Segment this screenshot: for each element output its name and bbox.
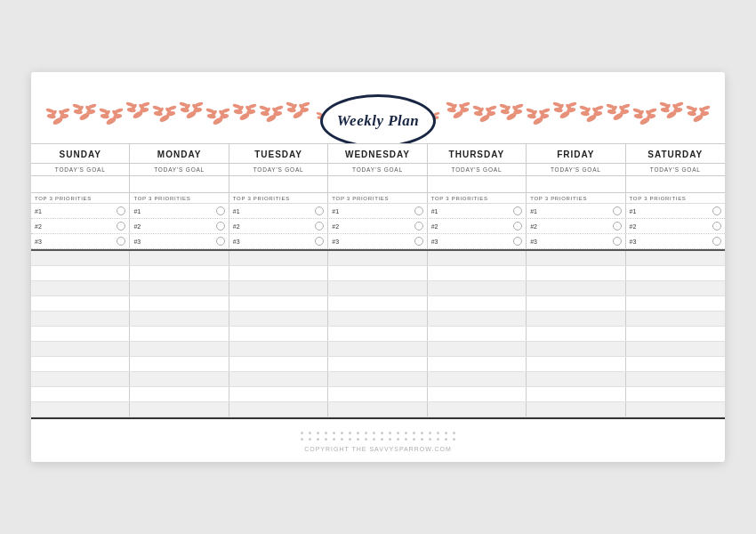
schedule-cell[interactable]: [31, 251, 130, 265]
schedule-cell[interactable]: [527, 327, 625, 341]
schedule-cell[interactable]: [229, 387, 328, 401]
schedule-cell[interactable]: [31, 312, 130, 326]
schedule-cell[interactable]: [229, 281, 328, 295]
schedule-cell[interactable]: [527, 281, 625, 295]
schedule-cell[interactable]: [527, 372, 625, 386]
schedule-cell[interactable]: [130, 296, 229, 311]
schedule-cell[interactable]: [31, 281, 130, 295]
schedule-cell[interactable]: [527, 387, 625, 401]
schedule-cell[interactable]: [130, 251, 229, 265]
schedule-cell[interactable]: [31, 387, 130, 401]
schedule-cell[interactable]: [428, 372, 527, 386]
schedule-cell[interactable]: [626, 327, 725, 341]
priority-circle[interactable]: [613, 237, 622, 246]
schedule-cell[interactable]: [428, 281, 527, 295]
schedule-cell[interactable]: [130, 266, 229, 280]
schedule-cell[interactable]: [130, 387, 229, 401]
schedule-cell[interactable]: [130, 372, 229, 386]
schedule-cell[interactable]: [527, 296, 625, 311]
schedule-cell[interactable]: [626, 266, 725, 280]
priority-1-mon[interactable]: #1: [130, 204, 229, 218]
schedule-cell[interactable]: [229, 402, 328, 417]
schedule-cell[interactable]: [626, 281, 725, 295]
goal-input-tue[interactable]: [229, 176, 328, 192]
schedule-cell[interactable]: [626, 387, 725, 401]
priority-3-sat[interactable]: #3: [626, 234, 725, 248]
priority-circle[interactable]: [513, 237, 522, 246]
schedule-cell[interactable]: [626, 342, 725, 356]
priority-3-tue[interactable]: #3: [229, 234, 328, 248]
schedule-cell[interactable]: [328, 281, 427, 295]
schedule-cell[interactable]: [31, 296, 130, 311]
priority-1-sat[interactable]: #1: [626, 204, 725, 218]
schedule-cell[interactable]: [328, 372, 427, 386]
schedule-cell[interactable]: [328, 296, 427, 311]
priority-circle[interactable]: [414, 206, 423, 215]
schedule-cell[interactable]: [130, 342, 229, 356]
schedule-cell[interactable]: [626, 296, 725, 311]
schedule-cell[interactable]: [428, 312, 527, 326]
schedule-cell[interactable]: [130, 402, 229, 417]
schedule-cell[interactable]: [31, 372, 130, 386]
schedule-cell[interactable]: [428, 266, 527, 280]
schedule-cell[interactable]: [626, 251, 725, 265]
schedule-cell[interactable]: [328, 357, 427, 371]
priority-circle[interactable]: [117, 222, 125, 231]
schedule-cell[interactable]: [428, 402, 527, 417]
priority-circle[interactable]: [216, 206, 225, 215]
priority-circle[interactable]: [613, 206, 622, 215]
schedule-cell[interactable]: [229, 296, 328, 311]
schedule-cell[interactable]: [31, 327, 130, 341]
schedule-cell[interactable]: [31, 402, 130, 417]
priority-circle[interactable]: [414, 237, 423, 246]
schedule-cell[interactable]: [527, 342, 625, 356]
priority-1-sun[interactable]: #1: [31, 204, 130, 218]
schedule-cell[interactable]: [328, 251, 427, 265]
schedule-cell[interactable]: [229, 372, 328, 386]
schedule-cell[interactable]: [31, 357, 130, 371]
priority-1-wed[interactable]: #1: [328, 204, 427, 218]
priority-circle[interactable]: [216, 222, 225, 231]
schedule-cell[interactable]: [428, 342, 527, 356]
schedule-cell[interactable]: [428, 327, 527, 341]
priority-2-mon[interactable]: #2: [130, 219, 229, 233]
schedule-cell[interactable]: [229, 312, 328, 326]
schedule-cell[interactable]: [527, 251, 625, 265]
priority-2-sun[interactable]: #2: [31, 219, 130, 233]
priority-circle[interactable]: [315, 237, 324, 246]
priority-circle[interactable]: [712, 237, 721, 246]
priority-circle[interactable]: [216, 237, 225, 246]
priority-2-thu[interactable]: #2: [428, 219, 527, 233]
schedule-cell[interactable]: [328, 342, 427, 356]
schedule-cell[interactable]: [626, 357, 725, 371]
goal-input-fri[interactable]: [527, 176, 625, 192]
schedule-cell[interactable]: [229, 342, 328, 356]
goal-input-wed[interactable]: [328, 176, 427, 192]
schedule-cell[interactable]: [428, 251, 527, 265]
goal-input-sat[interactable]: [626, 176, 725, 192]
schedule-cell[interactable]: [626, 402, 725, 417]
priority-circle[interactable]: [613, 222, 622, 231]
schedule-cell[interactable]: [130, 327, 229, 341]
priority-3-thu[interactable]: #3: [428, 234, 527, 248]
priority-1-thu[interactable]: #1: [428, 204, 527, 218]
schedule-cell[interactable]: [229, 251, 328, 265]
schedule-cell[interactable]: [130, 357, 229, 371]
schedule-cell[interactable]: [31, 342, 130, 356]
schedule-cell[interactable]: [527, 312, 625, 326]
schedule-cell[interactable]: [229, 327, 328, 341]
priority-3-fri[interactable]: #3: [527, 234, 625, 248]
priority-2-sat[interactable]: #2: [626, 219, 725, 233]
schedule-cell[interactable]: [229, 357, 328, 371]
priority-circle[interactable]: [414, 222, 423, 231]
priority-2-fri[interactable]: #2: [527, 219, 625, 233]
priority-3-mon[interactable]: #3: [130, 234, 229, 248]
schedule-cell[interactable]: [328, 312, 427, 326]
goal-input-mon[interactable]: [130, 176, 229, 192]
schedule-cell[interactable]: [527, 266, 625, 280]
priority-3-wed[interactable]: #3: [328, 234, 427, 248]
schedule-cell[interactable]: [428, 387, 527, 401]
priority-circle[interactable]: [712, 206, 721, 215]
priority-circle[interactable]: [712, 222, 721, 231]
schedule-cell[interactable]: [626, 372, 725, 386]
